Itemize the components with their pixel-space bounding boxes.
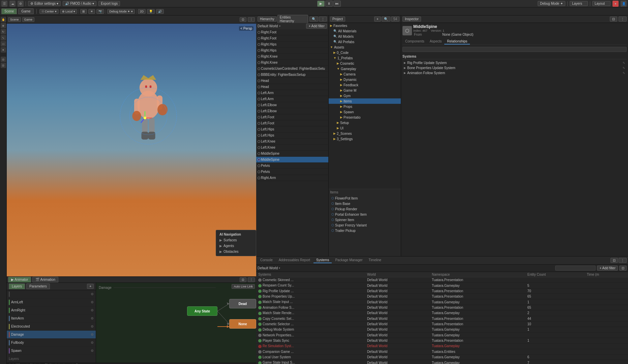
grid-btn[interactable]: ⊞ bbox=[80, 9, 87, 14]
sys-row-2[interactable]: Rig Profile Update ... Default World Tua… bbox=[256, 288, 628, 294]
hier-left-hips-2[interactable]: Left.Hips bbox=[256, 132, 328, 139]
light-btn[interactable]: ☀ bbox=[88, 9, 95, 14]
folder-item-pickup-render[interactable]: ⬡ Pickup Render bbox=[330, 206, 399, 212]
hier-left-arm-2[interactable]: Left.Arm bbox=[256, 96, 328, 102]
hier-more-btn[interactable]: ⋮ bbox=[319, 17, 327, 22]
game-tab[interactable]: Game bbox=[18, 8, 33, 14]
proj-all-models[interactable]: 🔍 All Models bbox=[329, 34, 401, 39]
layer-row-0[interactable]: ⚙ bbox=[7, 290, 96, 298]
camera-btn[interactable]: 📷 bbox=[96, 9, 104, 14]
animation-tab[interactable]: 🎬 Animation bbox=[32, 277, 58, 282]
proj-3-settings[interactable]: ▶ 3_Settings bbox=[329, 136, 401, 142]
hier-middle-spine-1[interactable]: MiddleSpine bbox=[256, 151, 328, 157]
animator-tab[interactable]: ▶ Animator bbox=[8, 277, 31, 282]
sys-row-3[interactable]: Bone Properties Up... Default World Tuat… bbox=[256, 294, 628, 299]
layer-gear-3[interactable]: ⚙ bbox=[91, 316, 94, 320]
addressables-tab[interactable]: Addressables Report bbox=[276, 257, 313, 263]
layer-gear-7[interactable]: ⚙ bbox=[91, 349, 94, 353]
snap-tool[interactable]: ⊡ bbox=[1, 63, 6, 68]
layers-dropdown[interactable]: Layers bbox=[570, 1, 588, 6]
hier-left-arm-1[interactable]: Left.Arm bbox=[256, 90, 328, 96]
timeline-tab[interactable]: Timeline bbox=[366, 257, 384, 263]
notify-icon[interactable]: ● bbox=[612, 1, 619, 7]
proj-gameplay[interactable]: ▼ Gameplay bbox=[329, 66, 401, 71]
package-manager-tab[interactable]: Package Manager bbox=[332, 257, 365, 263]
insp-system-bone-props[interactable]: ▶ Bone Properties Update System ✎ bbox=[402, 65, 627, 70]
console-tab[interactable]: Console bbox=[258, 257, 275, 263]
hier-right-foot-1[interactable]: Right.Foot bbox=[256, 29, 328, 35]
systems-tab[interactable]: Systems bbox=[313, 257, 332, 263]
proj-btn2[interactable]: 🔍 bbox=[382, 17, 390, 22]
hier-right-arm[interactable]: Right.Arm bbox=[256, 175, 328, 181]
sys-row-13[interactable]: Companion Game ... Default World Tuatara… bbox=[256, 349, 628, 354]
layout-dropdown[interactable]: Layout bbox=[592, 1, 610, 6]
none-node[interactable]: None bbox=[229, 319, 256, 329]
add-filter-hier-btn[interactable]: + Add filter bbox=[306, 24, 327, 29]
insp-system-rig-profile[interactable]: ▶ Rig Profile Update System ✎ bbox=[402, 60, 627, 65]
hier-right-knee-2[interactable]: Right.Knee bbox=[256, 60, 328, 66]
nav-obstacles[interactable]: ▶ Obstacles bbox=[216, 249, 256, 254]
cloud-icon[interactable]: ☁ bbox=[9, 1, 16, 7]
hier-left-knee-1[interactable]: Left.Knee bbox=[256, 139, 328, 145]
auto-live-link-btn[interactable]: Auto Live Link bbox=[232, 284, 255, 289]
aspects-tab[interactable]: Aspects bbox=[427, 39, 445, 44]
fmod-audio-btn[interactable]: 🔊 FMOD / Audio ▾ bbox=[63, 1, 96, 6]
hier-right-hips-2[interactable]: Right.Hips bbox=[256, 48, 328, 54]
sys-row-6[interactable]: Match State Rende... Default World Tuata… bbox=[256, 310, 628, 316]
proj-presentation[interactable]: ▶ Presentatio bbox=[329, 115, 401, 120]
game-view-btn[interactable]: Game bbox=[22, 17, 35, 22]
layer-row-armRight[interactable]: ArmRight ⚙ bbox=[7, 306, 96, 314]
step-button[interactable]: ⏭ bbox=[333, 1, 341, 7]
inspector-search-input[interactable] bbox=[402, 47, 627, 52]
folder-item-portal[interactable]: ⬡ Portal Enhancer Item bbox=[330, 212, 399, 217]
proj-items[interactable]: ▶ Items bbox=[329, 98, 401, 104]
maximize-anim-btn[interactable]: ⊡ bbox=[240, 277, 246, 282]
proj-setup[interactable]: ▶ Setup bbox=[329, 120, 401, 125]
insp-maximize-btn[interactable]: ⊡ bbox=[610, 17, 617, 22]
hier-pelvis-1[interactable]: Pelvis bbox=[256, 163, 328, 169]
hier-pelvis-2[interactable]: Pelvis bbox=[256, 169, 328, 175]
proj-gym[interactable]: ▶ Gym bbox=[329, 93, 401, 98]
any-state-node[interactable]: Any State bbox=[187, 306, 217, 316]
hier-left-foot-2[interactable]: Left.Foot bbox=[256, 120, 328, 126]
rect-tool[interactable]: ▭ bbox=[1, 41, 6, 47]
hier-right-knee-1[interactable]: Right.Knee bbox=[256, 54, 328, 60]
layer-gear-0[interactable]: ⚙ bbox=[91, 292, 94, 296]
sys-row-0[interactable]: Cosmetic Skinned ... Default World Tuata… bbox=[256, 277, 628, 283]
scale-tool[interactable]: ⤡ bbox=[1, 35, 6, 40]
add-filter-btn[interactable]: + Add filter bbox=[597, 266, 618, 271]
console-maximize-btn[interactable]: ⊡ bbox=[610, 258, 618, 263]
hier-right-hips-1[interactable]: Right.Hips bbox=[256, 41, 328, 48]
hier-search-btn[interactable]: 🔍 bbox=[309, 17, 318, 22]
sys-row-5[interactable]: Animation Follow S... Default World Tuat… bbox=[256, 305, 628, 310]
components-tab[interactable]: Components bbox=[402, 39, 427, 44]
hier-left-hips-1[interactable]: Left.Hips bbox=[256, 126, 328, 132]
mode-2d-btn[interactable]: 2D bbox=[138, 9, 146, 14]
more-btn[interactable]: ⋮ bbox=[248, 17, 255, 22]
hier-middle-spine-2[interactable]: MiddleSpine bbox=[256, 157, 328, 163]
layer-row-armLeft[interactable]: ArmLeft ⚙ bbox=[7, 298, 96, 306]
folder-item-spinner[interactable]: ⬡ Spinner Item bbox=[330, 217, 399, 222]
sys-row-14[interactable]: Local User System Default World Tuatara.… bbox=[256, 355, 628, 360]
add-layer-btn[interactable]: + bbox=[87, 284, 94, 289]
proj-btn1[interactable]: + bbox=[374, 17, 381, 22]
sys-row-9[interactable]: Debug Mode System Default World Tuatara.… bbox=[256, 327, 628, 332]
hier-left-elbow-2[interactable]: Left.Elbow bbox=[256, 108, 328, 114]
layer-gear-4[interactable]: ⚙ bbox=[91, 325, 94, 328]
layer-row-itemArm[interactable]: ItemArm ⚙ bbox=[7, 314, 96, 323]
layer-row-spawn[interactable]: Spawn ⚙ bbox=[7, 347, 96, 355]
folder-item-trailer[interactable]: ⬡ Trailer Pickup bbox=[330, 228, 399, 233]
proj-all-materials[interactable]: 🔍 All Materials bbox=[329, 28, 401, 34]
local-btn[interactable]: ⊕ Local ▾ bbox=[60, 9, 78, 14]
hier-left-foot-1[interactable]: Left.Foot bbox=[256, 114, 328, 120]
proj-props[interactable]: ▶ Props bbox=[329, 104, 401, 109]
hand-tool[interactable]: ✋ bbox=[1, 17, 6, 22]
light-toggle[interactable]: 💡 bbox=[147, 9, 155, 14]
layer-gear-6[interactable]: ⚙ bbox=[91, 341, 94, 344]
proj-0-code[interactable]: ▶ 0_Code bbox=[329, 50, 401, 55]
hier-head-1[interactable]: Head bbox=[256, 78, 328, 84]
hier-cosmetic[interactable]: CosmeticUserControlled: FighterBasicSetu bbox=[256, 66, 328, 72]
proj-dynamic[interactable]: ▶ Dynamic bbox=[329, 77, 401, 82]
debug-mode-btn2[interactable]: Debug Mode ✦ ▾ bbox=[107, 9, 135, 14]
dead-node[interactable]: Dead bbox=[229, 299, 256, 308]
